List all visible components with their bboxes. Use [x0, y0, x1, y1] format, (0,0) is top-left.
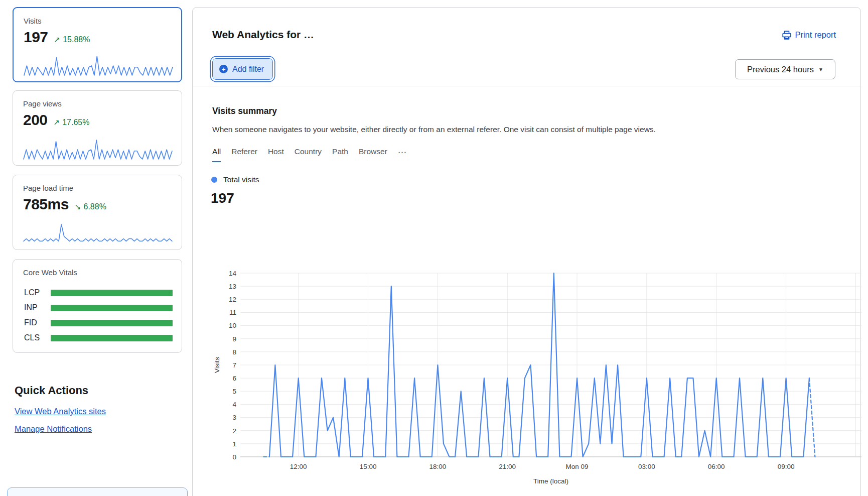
header-divider — [193, 86, 860, 86]
svg-text:7: 7 — [232, 361, 236, 369]
svg-text:1: 1 — [232, 440, 236, 448]
cwv-metric-label: FID — [24, 318, 51, 327]
manage-notifications-link[interactable]: Manage Notifications — [15, 424, 92, 434]
view-web-analytics-sites-link[interactable]: View Web Analytics sites — [15, 407, 106, 416]
trend-down-icon: ↘ — [75, 202, 81, 211]
chevron-down-icon: ▼ — [818, 67, 823, 72]
next-card-top-edge — [7, 487, 188, 496]
metric-card-label: Page load time — [23, 184, 73, 192]
svg-text:3: 3 — [232, 414, 236, 421]
tab-referer[interactable]: Referer — [231, 147, 257, 162]
dimension-tabs: All Referer Host Country Path Browser ⋯ — [212, 147, 407, 162]
svg-text:11: 11 — [229, 309, 236, 316]
visits-chart: 0123456789101112131412:0015:0018:0021:00… — [211, 236, 861, 490]
svg-text:Time (local): Time (local) — [533, 477, 568, 485]
metric-card-delta-value: 15.88% — [63, 35, 90, 44]
page-title: Web Analytics for … — [212, 29, 314, 41]
print-report-label: Print report — [795, 30, 836, 40]
tab-path[interactable]: Path — [332, 147, 348, 162]
svg-text:21:00: 21:00 — [499, 463, 516, 470]
cwv-metric-bar — [51, 335, 173, 341]
legend-dot-icon — [211, 177, 217, 183]
web-analytics-panel: Web Analytics for … Print report + Add f… — [192, 7, 861, 496]
time-range-dropdown[interactable]: Previous 24 hours ▼ — [735, 59, 835, 79]
svg-text:14: 14 — [229, 270, 237, 277]
metric-card-label: Visits — [24, 17, 42, 25]
more-tabs-button[interactable]: ⋯ — [398, 147, 407, 162]
core-web-vitals-title: Core Web Vitals — [23, 268, 77, 277]
cwv-metric-bar — [51, 305, 173, 311]
visits-summary-description: When someone navigates to your website, … — [212, 125, 656, 134]
metric-card-delta: ↗ 17.65% — [54, 118, 90, 127]
metric-card-value: 200 — [23, 111, 48, 129]
svg-text:6: 6 — [232, 375, 236, 382]
visits-summary-title: Visits summary — [212, 106, 277, 116]
page-load-sparkline — [23, 223, 173, 244]
cwv-metric-label: INP — [24, 303, 51, 312]
trend-up-icon: ↗ — [54, 35, 61, 44]
trend-up-icon: ↗ — [54, 118, 60, 127]
metric-card-delta: ↗ 15.88% — [54, 35, 90, 44]
quick-actions-title: Quick Actions — [15, 384, 88, 397]
svg-text:0: 0 — [232, 453, 236, 461]
metric-card-delta-value: 17.65% — [62, 118, 89, 127]
tab-browser[interactable]: Browser — [359, 147, 387, 162]
tab-all[interactable]: All — [212, 147, 221, 162]
svg-text:18:00: 18:00 — [429, 463, 446, 470]
total-visits-value: 197 — [211, 190, 234, 206]
svg-text:Visits: Visits — [213, 357, 221, 373]
add-filter-button[interactable]: + Add filter — [212, 58, 273, 80]
metric-card-value: 785ms — [23, 196, 69, 213]
legend-label: Total visits — [223, 175, 259, 184]
svg-text:Mon 09: Mon 09 — [566, 463, 589, 470]
plus-icon: + — [219, 65, 228, 73]
metric-card-delta-value: 6.88% — [84, 202, 106, 211]
tab-country[interactable]: Country — [295, 147, 322, 162]
chart-legend: Total visits — [211, 175, 259, 184]
tab-host[interactable]: Host — [268, 147, 284, 162]
visits-sparkline — [24, 55, 173, 76]
cwv-metric-label: CLS — [24, 333, 51, 342]
time-range-value: Previous 24 hours — [747, 65, 814, 74]
svg-text:09:00: 09:00 — [778, 463, 795, 470]
svg-text:15:00: 15:00 — [360, 463, 377, 470]
metric-card-visits[interactable]: Visits 197 ↗ 15.88% — [13, 7, 182, 82]
printer-icon — [782, 31, 791, 40]
cwv-metric-bar — [51, 290, 173, 296]
svg-text:10: 10 — [229, 322, 236, 329]
metric-card-delta: ↘ 6.88% — [75, 202, 106, 211]
cwv-metric-label: LCP — [24, 288, 51, 297]
svg-text:12:00: 12:00 — [290, 463, 307, 470]
svg-text:13: 13 — [229, 283, 236, 290]
svg-text:5: 5 — [232, 388, 236, 395]
print-report-button[interactable]: Print report — [782, 30, 836, 40]
add-filter-label: Add filter — [232, 65, 264, 74]
svg-text:8: 8 — [232, 348, 236, 356]
metric-card-label: Page views — [23, 99, 62, 108]
svg-text:06:00: 06:00 — [708, 463, 725, 470]
svg-text:4: 4 — [232, 401, 236, 408]
metric-card-page-load-time[interactable]: Page load time 785ms ↘ 6.88% — [13, 175, 182, 250]
core-web-vitals-card: Core Web Vitals LCP INP FID CLS — [13, 259, 182, 353]
svg-text:2: 2 — [232, 427, 236, 435]
svg-text:9: 9 — [232, 335, 236, 343]
svg-text:12: 12 — [229, 296, 236, 303]
metric-card-value: 197 — [24, 29, 48, 46]
cwv-metric-bar — [51, 320, 173, 326]
metric-card-page-views[interactable]: Page views 200 ↗ 17.65% — [13, 90, 182, 166]
svg-text:03:00: 03:00 — [638, 463, 655, 470]
page-views-sparkline — [23, 139, 173, 160]
